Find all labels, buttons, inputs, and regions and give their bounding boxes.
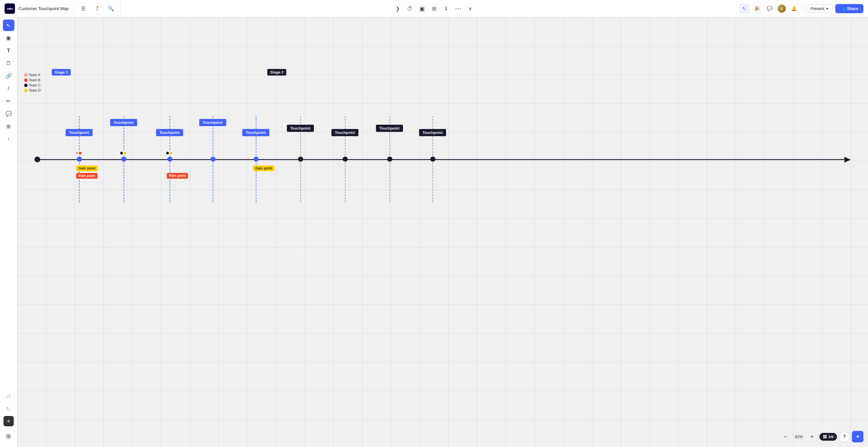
team-dots-tp1 <box>75 151 82 155</box>
search-button[interactable]: 🔍 <box>106 3 116 14</box>
expand-icon: ∨ <box>468 6 472 12</box>
draw-icon: ✏ <box>6 98 11 104</box>
gain-point-1: Gain point <box>76 167 80 170</box>
align-tool-button-bottom[interactable]: ⊞ <box>6 427 11 445</box>
magic-icon: ✦ <box>856 434 860 440</box>
undo-icon: ↺ <box>6 393 11 400</box>
timer-button[interactable]: ⏱ <box>404 3 415 14</box>
menu-button[interactable]: ☰ <box>78 3 89 14</box>
team-a-label: Team A <box>29 73 40 77</box>
board-title: Customer Touchpoint Map <box>19 6 69 11</box>
help-button[interactable]: ? <box>839 432 849 442</box>
touchpoint-1-label[interactable]: Touchpoint <box>65 129 93 136</box>
avatar[interactable]: U <box>777 4 786 13</box>
crop-tool-button[interactable]: ⊞ <box>3 121 14 132</box>
redo-button[interactable]: ↻ <box>3 403 14 415</box>
touchpoint-6-label[interactable]: Touchpoint <box>287 125 314 132</box>
chat-tool-button[interactable]: 💬 <box>3 108 14 120</box>
undo-button[interactable]: ↺ <box>3 391 14 402</box>
stage-2-label: Stage 2 <box>267 69 286 75</box>
share-label: Share <box>847 6 858 11</box>
expand-button[interactable]: ∨ <box>465 3 476 14</box>
present-label: Present <box>810 6 824 11</box>
dot-tp8 <box>387 157 392 162</box>
pain-point-1-label: Pain point <box>76 173 97 179</box>
bell-icon: 🔔 <box>791 6 797 11</box>
text-tool-button[interactable]: T <box>3 45 14 56</box>
topbar-left: miro Customer Touchpoint Map ☰ ⤴ 🔍 <box>0 0 121 17</box>
fit-button[interactable]: ⊞ <box>429 3 439 14</box>
pen-icon: / <box>8 86 9 92</box>
team-b-label: Team B <box>29 78 40 82</box>
sticky-tool-button[interactable]: 🗒 <box>3 58 14 69</box>
canvas[interactable]: Team A Team B Team C Team D Stage 1 Stag… <box>17 17 868 447</box>
frame-button[interactable]: ▣ <box>416 3 427 14</box>
notifications-button[interactable]: 🔔 <box>789 3 799 14</box>
legend-item-team-c: Team C <box>24 83 40 87</box>
touchpoint-3-label[interactable]: Touchpoint <box>156 129 183 136</box>
team-d-dot-tp3 <box>169 151 173 155</box>
team-dots-tp3 <box>165 151 173 155</box>
touchpoint-2-label[interactable]: Touchpoint <box>110 119 137 126</box>
zoom-out-button[interactable]: − <box>780 432 791 442</box>
frames-tool-button[interactable]: ▣ <box>3 32 14 44</box>
touchpoint-5-label[interactable]: Touchpoint <box>242 129 269 136</box>
back-button[interactable]: ❯ <box>392 3 403 14</box>
toolbar-center: ❯ ⏱ ▣ ⊞ ↧ ⋯ ∨ <box>388 0 480 17</box>
pain-point-2-label: Pain point <box>167 173 188 179</box>
text-icon: T <box>7 48 10 54</box>
bottom-bar: − 41% + 🖼 2/8 ? ✦ <box>780 431 863 442</box>
upload-icon: ⤴ <box>96 5 99 12</box>
magic-button[interactable]: ✦ <box>852 431 863 442</box>
team-c-label: Team C <box>29 83 40 87</box>
chevron-down-icon: ▼ <box>826 7 829 10</box>
cursor-tool-button[interactable]: ↖ <box>3 20 14 31</box>
timer-icon: ⏱ <box>407 5 413 12</box>
comment-icon: 💬 <box>767 6 773 11</box>
frame-nav-display: 2/8 <box>828 435 834 439</box>
comment-button[interactable]: 💬 <box>765 3 775 14</box>
zoom-minus-icon: − <box>784 434 787 440</box>
team-c-dot <box>24 84 28 87</box>
frame-icon: ▣ <box>419 5 425 12</box>
touchpoint-8-label[interactable]: Touchpoint <box>376 125 403 132</box>
touchpoint-9-label[interactable]: Touchpoint <box>419 129 446 136</box>
export-button[interactable]: ↧ <box>441 3 452 14</box>
reactions-button[interactable]: 🎉 <box>752 3 762 14</box>
gain-point-2-label: Gain point <box>253 165 275 171</box>
touchpoint-4-label[interactable]: Touchpoint <box>199 119 226 126</box>
draw-tool-button[interactable]: ✏ <box>3 95 14 107</box>
canvas-grid <box>17 17 868 447</box>
timeline-arrow <box>844 157 851 163</box>
upload-button[interactable]: ⤴ <box>92 3 102 14</box>
team-dots-tp2 <box>120 151 127 155</box>
left-sidebar: ↖ ▣ T 🗒 🔗 / ✏ 💬 ⊞ ↑ ↺ ↻ + ⊞ <box>0 17 17 447</box>
share-people-icon: 👥 <box>840 6 845 11</box>
pain-point-1: Pain point <box>76 174 80 178</box>
cursor-icon: ↖ <box>742 5 746 12</box>
present-button[interactable]: Present ▼ <box>806 4 833 13</box>
cursor-mode-button[interactable]: ↖ <box>739 3 750 14</box>
timeline-line <box>34 159 845 160</box>
touchpoint-7-label[interactable]: Touchpoint <box>331 129 359 136</box>
frame-nav-badge[interactable]: 🖼 2/8 <box>819 433 837 441</box>
add-icon: + <box>7 417 10 425</box>
dot-tp9 <box>430 157 435 162</box>
pen-tool-button[interactable]: / <box>3 83 14 94</box>
gain-point-1-label: Gain point <box>76 165 98 171</box>
dot-tp6 <box>298 157 303 162</box>
more-icon: ⋯ <box>455 5 461 12</box>
share-button[interactable]: 👥 Share <box>835 4 863 13</box>
legend: Team A Team B Team C Team D <box>23 72 42 95</box>
add-button[interactable]: + <box>3 416 14 426</box>
gain-point-2: Gain point <box>253 167 256 170</box>
dot-tp5 <box>253 157 259 162</box>
crop-icon: ⊞ <box>6 123 11 130</box>
more-button[interactable]: ⋯ <box>453 3 464 14</box>
miro-logo[interactable]: miro <box>5 3 15 14</box>
upload-tool-button[interactable]: ↑ <box>3 133 14 145</box>
zoom-in-button[interactable]: + <box>807 432 817 442</box>
link-tool-button[interactable]: 🔗 <box>3 70 14 82</box>
dot-tp7 <box>343 157 348 162</box>
link-icon: 🔗 <box>5 73 12 79</box>
